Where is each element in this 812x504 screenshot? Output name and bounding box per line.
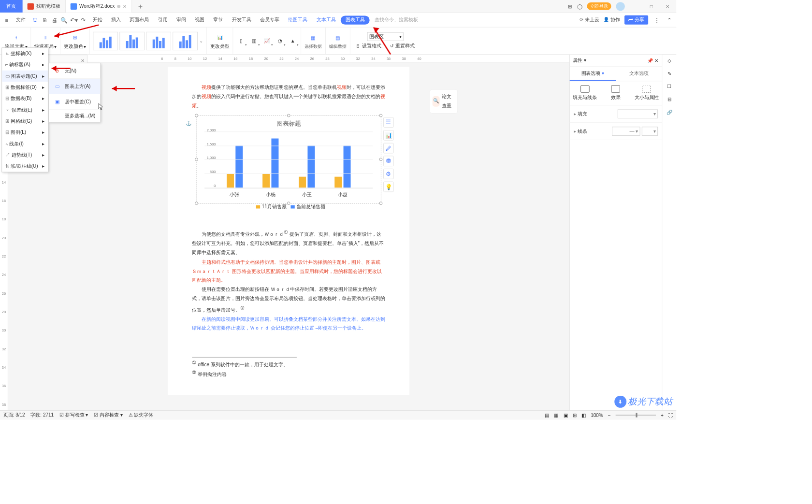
line-style-select[interactable]: — ▾	[612, 127, 640, 135]
menu-section[interactable]: 章节	[209, 13, 227, 27]
area-chart-icon[interactable]: ▲	[288, 36, 298, 46]
menu-chart-title[interactable]: ▭ 图表标题(C)▸	[2, 71, 48, 82]
gallery-item[interactable]	[119, 31, 145, 50]
set-format-button[interactable]: 🎚 设置格式	[353, 43, 383, 49]
line-color-select[interactable]: ▾	[642, 127, 658, 135]
chart-idea-button[interactable]: 💡	[383, 182, 394, 192]
menu-updown[interactable]: ⇅ 涨/跌柱线(U)▸	[2, 160, 48, 172]
menu-error-bar[interactable]: ⫟ 误差线(E)▸	[2, 104, 48, 115]
subtab-fill-line[interactable]: 填充与线条	[570, 81, 601, 105]
menu-chart-tools[interactable]: 图表工具	[341, 15, 370, 24]
subtab-effects[interactable]: 效果	[600, 81, 631, 105]
chart-area-combo[interactable]: 图表区▾	[367, 32, 404, 41]
link-icon[interactable]: 🔗	[667, 110, 672, 115]
view-mode-icon[interactable]: ⊞	[573, 412, 577, 418]
file-menu[interactable]: 文件	[12, 13, 30, 27]
theme-icon[interactable]: ◯	[577, 3, 582, 9]
submenu-overlay[interactable]: ▣居中覆盖(C)	[49, 94, 101, 110]
bar-chart-icon[interactable]: ▯	[236, 36, 246, 46]
menu-start[interactable]: 开始	[88, 13, 106, 27]
submenu-none[interactable]: ⊘无(N)	[49, 63, 101, 79]
close-icon[interactable]: ✕	[654, 58, 658, 64]
spellcheck-toggle[interactable]: ☑ 拼写检查 ▾	[59, 412, 88, 418]
window-layout-icon[interactable]: ⊞	[568, 3, 572, 9]
menu-trend[interactable]: ↗ 趋势线(T)▸	[2, 149, 48, 160]
ribbon-change-type[interactable]: 📊 更改类型	[207, 28, 233, 55]
reset-style-button[interactable]: ↺ 重置样式	[388, 43, 417, 49]
pie-chart-icon[interactable]: ◔	[275, 36, 285, 46]
close-icon[interactable]: ✕	[123, 3, 127, 9]
chart-filter-button[interactable]: ⛃	[383, 156, 394, 167]
gallery-more-icon[interactable]: ⌄	[199, 38, 203, 44]
zoom-level[interactable]: 100%	[591, 412, 603, 418]
menu-data-table[interactable]: ⊟ 数据表(B)▸	[2, 93, 48, 104]
cloud-status[interactable]: ⟳ 未上云	[580, 16, 599, 23]
minimize-button[interactable]: —	[630, 3, 641, 9]
view-mode-icon[interactable]: ◧	[581, 412, 586, 418]
close-button[interactable]: ✕	[662, 3, 673, 9]
tab-template[interactable]: 找稻壳模板	[23, 0, 66, 13]
preview-icon[interactable]: 🔍	[59, 15, 68, 24]
paper-check-button[interactable]: 🔍论文查重	[430, 89, 458, 114]
collapse-ribbon-icon[interactable]: ⌃	[665, 15, 674, 24]
prop-line-row[interactable]: ▸线条 — ▾▾	[570, 123, 662, 140]
tab-chart-options[interactable]: 图表选项 ▾	[570, 67, 616, 81]
menu-gridline[interactable]: ⊞ 网格线(G)▸	[2, 115, 48, 127]
menu-legend[interactable]: ⊟ 图例(L)▸	[2, 127, 48, 138]
view-mode-icon[interactable]: ▤	[545, 412, 549, 418]
view-mode-icon[interactable]: ▣	[564, 412, 568, 418]
tab-home[interactable]: 首页	[0, 0, 23, 13]
share-button[interactable]: ⮫ 分享	[624, 15, 648, 25]
shape-icon[interactable]: ☐	[667, 84, 671, 89]
undo-icon[interactable]: ↶▾	[69, 15, 78, 24]
gallery-item[interactable]	[173, 31, 198, 50]
chart-styles-button[interactable]: 📊	[383, 130, 394, 141]
column-chart-icon[interactable]: ▥	[249, 36, 259, 46]
menu-icon[interactable]: ≡	[2, 15, 11, 24]
login-button[interactable]: 立即登录	[587, 2, 611, 10]
ribbon-recolor[interactable]: ⊞ 更改颜色▾	[60, 28, 90, 55]
command-search[interactable]: 查找命令、搜索模板	[370, 13, 422, 27]
print-icon[interactable]: 🖨	[50, 15, 58, 24]
submenu-more[interactable]: 更多选项...(M)	[49, 110, 101, 122]
menu-member[interactable]: 会员专享	[256, 13, 284, 27]
zoom-out-button[interactable]: −	[608, 412, 611, 418]
chart-elements-button[interactable]: ☰	[383, 117, 394, 128]
menu-line[interactable]: ⍀ 线条(I)▸	[2, 138, 48, 149]
ribbon-edit-data[interactable]: ▤ 编辑数据	[326, 28, 350, 55]
menu-ref[interactable]: 引用	[154, 13, 172, 27]
diamond-icon[interactable]: ◇	[667, 58, 671, 64]
pencil-icon[interactable]: ✎	[667, 71, 671, 77]
menu-text-tools[interactable]: 文本工具	[312, 13, 340, 27]
menu-draw-tools[interactable]: 绘图工具	[284, 13, 312, 27]
word-count[interactable]: 字数: 2711	[30, 412, 54, 418]
menu-insert[interactable]: 插入	[107, 13, 125, 27]
slider-icon[interactable]: ⊟	[667, 97, 671, 102]
redo-icon[interactable]: ↷	[79, 15, 87, 24]
prop-fill-row[interactable]: ▸填充▾	[570, 105, 662, 123]
pin-icon[interactable]: 📌	[647, 58, 653, 64]
submenu-above-chart[interactable]: ▭图表上方(A)	[49, 79, 101, 94]
gallery-item[interactable]	[93, 31, 118, 50]
zoom-in-button[interactable]: +	[661, 412, 664, 418]
menu-view[interactable]: 视图	[191, 13, 209, 27]
tab-add[interactable]: ＋	[132, 1, 149, 11]
collab-button[interactable]: 👤 协作	[603, 16, 620, 23]
subtab-size[interactable]: 大小与属性	[631, 81, 662, 105]
chart-settings-button[interactable]: ⚙	[383, 169, 394, 179]
more-icon[interactable]: ⋮	[652, 15, 661, 24]
zoom-slider[interactable]	[616, 415, 656, 416]
chart-title[interactable]: 图表标题	[197, 115, 381, 132]
tab-text-options[interactable]: 文本选项	[616, 67, 662, 81]
line-chart-icon[interactable]: 📈	[262, 36, 272, 46]
avatar[interactable]	[616, 2, 624, 11]
view-mode-icon[interactable]: ▦	[554, 412, 558, 418]
fill-select[interactable]: ▾	[618, 110, 658, 118]
chart-object[interactable]: 图表标题 05001,0001,5002,000 小张小杨小王小赵 11月销售额…	[196, 115, 381, 204]
tab-document[interactable]: Word教程2.docx ✕	[66, 0, 132, 13]
save-as-icon[interactable]: 🗎	[40, 15, 49, 24]
menu-dev[interactable]: 开发工具	[228, 13, 255, 27]
save-icon[interactable]: 🖫	[30, 15, 39, 24]
chart-color-button[interactable]: 🖉	[383, 143, 394, 154]
menu-layout[interactable]: 页面布局	[126, 13, 153, 27]
